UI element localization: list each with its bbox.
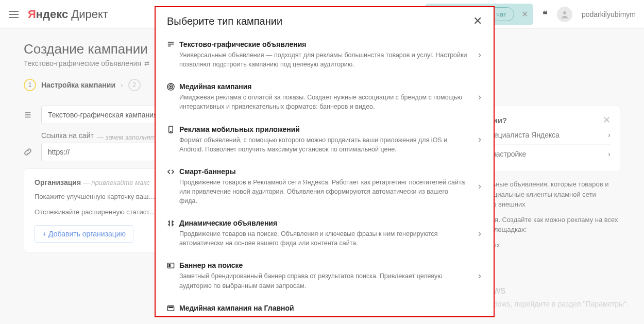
modal-body: Текстово-графические объявленияУниверсал…	[156, 32, 494, 316]
campaign-type-desc: Имиджевая реклама с оплатой за показы. С…	[179, 93, 468, 111]
campaign-type-content: Смарт-баннерыПродвижение товаров в Рекла…	[179, 167, 473, 206]
chevron-right-icon: ›	[473, 270, 486, 281]
campaign-type-desc: Продвижение товаров на поиске. Объявлени…	[179, 229, 468, 248]
campaign-type-item[interactable]: Реклама мобильных приложенийФормат объяв…	[167, 119, 489, 161]
campaign-type-desc: Продвижение товаров в Рекламной сети Янд…	[179, 178, 468, 206]
campaign-type-item[interactable]: Медийная кампанияИмиджевая реклама с опл…	[167, 76, 489, 118]
campaign-type-icon	[167, 83, 179, 91]
campaign-type-title: Смарт-баннеры	[179, 167, 468, 176]
campaign-type-modal: Выберите тип кампании ✕ Текстово-графиче…	[155, 6, 495, 317]
campaign-type-icon	[167, 219, 179, 227]
campaign-type-desc: Формат объявлений, с помощью которого мо…	[179, 135, 468, 154]
svg-rect-6	[167, 263, 174, 268]
campaign-type-content: Текстово-графические объявленияУниверсал…	[179, 40, 473, 69]
campaign-type-desc: Заметный брендированный баннер справа от…	[179, 271, 468, 290]
chevron-right-icon: ›	[473, 228, 486, 239]
campaign-type-desc: Универсальные объявления — подходят для …	[179, 50, 468, 69]
chevron-right-icon: ›	[473, 49, 486, 60]
campaign-type-title: Динамические объявления	[179, 219, 468, 227]
campaign-type-title: Медийная кампания	[179, 82, 468, 91]
chevron-right-icon: ›	[473, 92, 486, 103]
campaign-type-content: Баннер на поискеЗаметный брендированный …	[179, 261, 473, 290]
chevron-right-icon: ›	[473, 134, 486, 145]
campaign-type-title: Баннер на поиске	[179, 261, 468, 269]
campaign-type-content: Динамические объявленияПродвижение товар…	[179, 219, 473, 248]
chevron-right-icon: ›	[473, 181, 486, 192]
campaign-type-title: Текстово-графические объявления	[179, 40, 468, 48]
campaign-type-icon	[167, 262, 179, 269]
campaign-type-content: Медийная кампания на ГлавнойДля охвата м…	[179, 304, 473, 316]
campaign-type-icon	[167, 168, 179, 176]
campaign-type-title: Реклама мобильных приложений	[179, 125, 468, 133]
svg-rect-9	[168, 306, 173, 308]
campaign-type-item[interactable]: Медийная кампания на ГлавнойДля охвата м…	[167, 298, 489, 316]
campaign-type-item[interactable]: Смарт-баннерыПродвижение товаров в Рекла…	[167, 161, 489, 213]
campaign-type-item[interactable]: Текстово-графические объявленияУниверсал…	[167, 34, 489, 76]
campaign-type-icon	[167, 41, 179, 48]
campaign-type-icon	[167, 126, 179, 133]
modal-title: Выберите тип кампании	[167, 15, 282, 27]
svg-point-3	[171, 87, 172, 88]
campaign-type-desc: Для охвата максимальной аудитории и созд…	[179, 314, 468, 316]
campaign-type-icon	[167, 304, 179, 312]
campaign-type-content: Медийная кампанияИмиджевая реклама с опл…	[179, 82, 473, 111]
modal-close-button[interactable]: ✕	[473, 14, 482, 28]
campaign-type-item[interactable]: Динамические объявленияПродвижение товар…	[167, 213, 489, 255]
campaign-type-title: Медийная кампания на Главной	[179, 304, 468, 312]
svg-point-5	[171, 131, 172, 132]
campaign-type-content: Реклама мобильных приложенийФормат объяв…	[179, 125, 473, 154]
svg-rect-7	[168, 264, 171, 267]
campaign-type-item[interactable]: Баннер на поискеЗаметный брендированный …	[167, 255, 489, 297]
